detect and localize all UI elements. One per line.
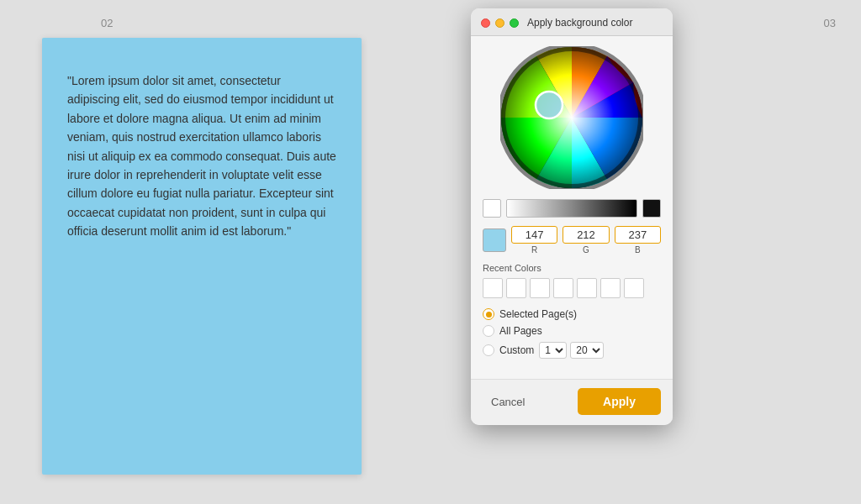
- recent-swatch-7[interactable]: [624, 278, 644, 298]
- r-field: R: [511, 226, 557, 255]
- close-button[interactable]: [481, 18, 490, 28]
- svg-point-3: [501, 47, 642, 188]
- radio-all-pages[interactable]: All Pages: [483, 325, 661, 337]
- page-selection-group: Selected Page(s) All Pages Custom 1 20: [483, 308, 661, 359]
- b-input[interactable]: [615, 226, 661, 244]
- white-swatch: [483, 199, 501, 218]
- brightness-row: [483, 199, 661, 218]
- custom-from-select[interactable]: 1: [539, 342, 567, 359]
- black-swatch: [642, 199, 661, 218]
- minimize-button[interactable]: [495, 18, 504, 28]
- modal-footer: Cancel Apply: [471, 379, 673, 425]
- recent-swatch-6[interactable]: [600, 278, 621, 298]
- modal-titlebar: Apply background color: [471, 8, 673, 36]
- r-input[interactable]: [511, 226, 557, 244]
- recent-colors-label: Recent Colors: [483, 263, 661, 273]
- brightness-slider[interactable]: [506, 199, 637, 218]
- custom-to-select[interactable]: 20: [570, 342, 604, 359]
- b-label: B: [635, 245, 641, 255]
- color-picker-dialog: Apply background color: [471, 8, 673, 425]
- radio-all-pages-label: All Pages: [499, 325, 542, 337]
- custom-dropdowns: 1 20: [539, 342, 604, 359]
- r-label: R: [531, 245, 537, 255]
- radio-all-pages-btn[interactable]: [483, 325, 494, 337]
- radio-custom-btn[interactable]: [483, 344, 494, 356]
- recent-swatch-4[interactable]: [553, 278, 573, 298]
- maximize-button[interactable]: [510, 18, 519, 28]
- radio-custom[interactable]: Custom 1 20: [483, 342, 661, 359]
- radio-selected-pages[interactable]: Selected Page(s): [483, 308, 661, 320]
- apply-button[interactable]: Apply: [578, 388, 661, 415]
- b-field: B: [615, 226, 661, 255]
- rgb-row: R G B: [483, 226, 661, 255]
- modal-body: R G B Recent Colors: [471, 36, 673, 379]
- recent-colors-row: [483, 278, 661, 298]
- recent-swatch-1[interactable]: [483, 278, 503, 298]
- color-preview-swatch: [483, 228, 506, 252]
- g-field: G: [563, 226, 609, 255]
- recent-swatch-2[interactable]: [506, 278, 526, 298]
- g-input[interactable]: [563, 226, 609, 244]
- modal-overlay: Apply background color: [0, 0, 861, 504]
- cancel-button[interactable]: Cancel: [483, 392, 533, 412]
- color-wheel[interactable]: [500, 46, 643, 189]
- radio-custom-label: Custom: [499, 344, 534, 356]
- modal-title: Apply background color: [527, 17, 632, 29]
- g-label: G: [583, 245, 589, 255]
- radio-selected-pages-btn[interactable]: [483, 308, 494, 320]
- recent-swatch-3[interactable]: [530, 278, 550, 298]
- color-wheel-container[interactable]: [483, 46, 661, 189]
- recent-swatch-5[interactable]: [577, 278, 597, 298]
- radio-selected-pages-label: Selected Page(s): [499, 308, 577, 320]
